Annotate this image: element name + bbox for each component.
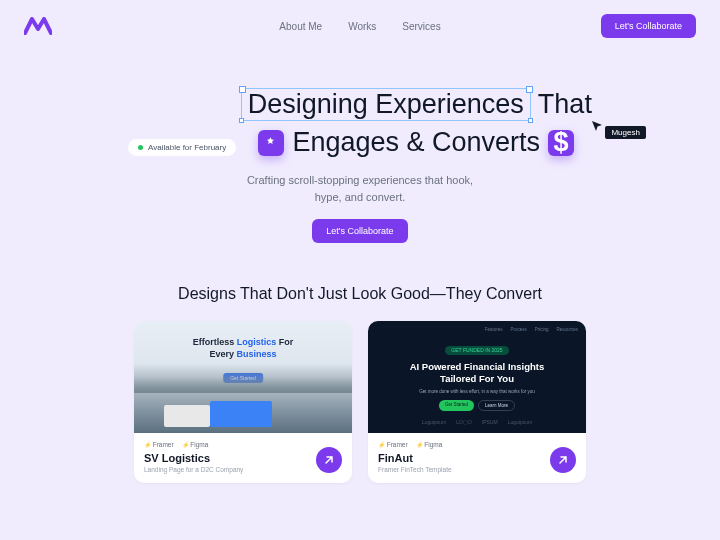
thumb-nav: FeaturesProcessPricingResources xyxy=(368,321,586,338)
logo[interactable] xyxy=(24,16,52,36)
collaborator-cursor: Mugesh xyxy=(591,120,645,139)
header-cta-button[interactable]: Let's Collaborate xyxy=(601,14,696,38)
project-title: FinAut xyxy=(378,452,576,464)
headline-rest: That xyxy=(538,89,592,119)
project-thumbnail: FeaturesProcessPricingResources GET FUND… xyxy=(368,321,586,433)
status-dot-icon xyxy=(138,145,143,150)
open-project-button[interactable] xyxy=(550,447,576,473)
project-tags: FramerFigma xyxy=(378,441,576,448)
handshake-icon xyxy=(258,130,284,156)
main-nav: About Me Works Services xyxy=(279,21,440,32)
headline-selection: Designing Experiences xyxy=(241,88,531,121)
project-subtitle: Framer FinTech Template xyxy=(378,466,576,473)
project-card[interactable]: FeaturesProcessPricingResources GET FUND… xyxy=(368,321,586,483)
hero-subtitle: Crafting scroll-stopping experiences tha… xyxy=(0,172,720,205)
headline: Designing Experiences That Mugesh Engage… xyxy=(241,88,592,158)
nav-about[interactable]: About Me xyxy=(279,21,322,32)
cursor-name: Mugesh xyxy=(605,126,645,139)
project-thumbnail: Effortless Logistics For Every Business … xyxy=(134,321,352,433)
hero-cta-button[interactable]: Let's Collaborate xyxy=(312,219,407,243)
works-heading: Designs That Don't Just Look Good—They C… xyxy=(0,285,720,303)
hero: Available for February Designing Experie… xyxy=(0,52,720,243)
project-tags: FramerFigma xyxy=(144,441,342,448)
availability-text: Available for February xyxy=(148,143,226,152)
works-section: Designs That Don't Just Look Good—They C… xyxy=(0,285,720,483)
project-subtitle: Landing Page for a D2C Company xyxy=(144,466,342,473)
project-card[interactable]: Effortless Logistics For Every Business … xyxy=(134,321,352,483)
open-project-button[interactable] xyxy=(316,447,342,473)
truck-illustration xyxy=(134,377,352,433)
headline-line2: Engages & Converts xyxy=(292,127,540,158)
availability-pill: Available for February xyxy=(128,139,236,156)
dollar-icon: $ xyxy=(548,130,574,156)
nav-works[interactable]: Works xyxy=(348,21,376,32)
project-title: SV Logistics xyxy=(144,452,342,464)
nav-services[interactable]: Services xyxy=(402,21,440,32)
